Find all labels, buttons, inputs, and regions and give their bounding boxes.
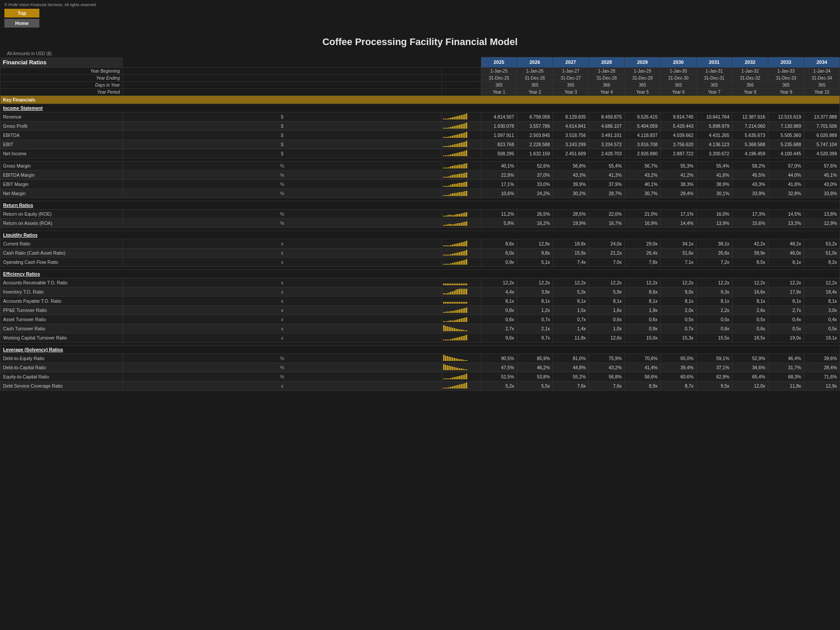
dy-2031: 365	[696, 81, 732, 88]
unit-cell: %	[123, 161, 442, 170]
value-cell: 53,2x	[804, 239, 840, 248]
value-cell: 4.100.445	[768, 149, 804, 158]
chart-cell	[442, 209, 481, 218]
value-cell: 21,0%	[625, 209, 661, 218]
value-cell: 3,0x	[804, 305, 840, 315]
days-label: Days in Year	[0, 81, 123, 88]
value-cell: 4.686.107	[589, 121, 625, 130]
year-period-label: Year Period	[0, 88, 123, 95]
value-cell: 41,6%	[696, 170, 732, 179]
ye-2030: 31-Dec-30	[661, 74, 696, 81]
ye-2028: 31-Dec-28	[589, 74, 625, 81]
value-cell: 5.235.688	[768, 140, 804, 149]
value-cell: 22,0%	[589, 209, 625, 218]
chart-header	[442, 57, 481, 68]
year-ending-row: Year Ending 31-Dec-25 31-Dec-26 31-Dec-2…	[0, 74, 840, 81]
table-row: Operating Cash Flow Ratiox0,9x5,1x7,4x7,…	[0, 257, 840, 266]
value-cell: 0,4x	[804, 315, 840, 324]
value-cell: 65,4%	[732, 372, 768, 381]
chart-cell	[442, 324, 481, 333]
value-cell: 46,0x	[768, 248, 804, 257]
value-cell: 47,5%	[481, 363, 517, 372]
value-cell: 8,2x	[804, 257, 840, 266]
value-cell: 5.505.360	[768, 130, 804, 140]
year-ending-label: Year Ending	[0, 74, 123, 81]
ye-2026: 31-Dec-26	[517, 74, 553, 81]
chart-cell	[442, 121, 481, 130]
top-button[interactable]: Top	[4, 9, 39, 18]
value-cell: 14,4%	[661, 218, 696, 228]
value-cell: 37,1%	[696, 363, 732, 372]
value-cell: 17,9x	[768, 287, 804, 296]
value-cell: 35,6x	[696, 248, 732, 257]
value-cell: 57,0%	[768, 161, 804, 170]
value-cell: 8,1x	[553, 296, 589, 305]
value-cell: 41,2%	[661, 170, 696, 179]
value-cell: 8,9x	[625, 381, 661, 390]
value-cell: 1.097.911	[481, 130, 517, 140]
value-cell: 4.614.841	[553, 121, 589, 130]
value-cell: 7.701.506	[804, 121, 840, 130]
row-label: Asset Turnover Ratio	[0, 315, 123, 324]
value-cell: 18,4x	[804, 287, 840, 296]
value-cell: 34,1x	[661, 239, 696, 248]
yb-2033: 1-Jan-33	[768, 67, 804, 74]
value-cell: 8.459.875	[589, 112, 625, 121]
value-cell: 7.130.989	[768, 121, 804, 130]
unit-cell: %	[123, 189, 442, 198]
value-cell: 6,0x	[481, 248, 517, 257]
value-cell: 2.503.845	[517, 130, 553, 140]
unit-cell: %	[123, 372, 442, 381]
row-label: Accounts Receivable T.O. Ratio	[0, 278, 123, 287]
row-label: Revenue	[0, 112, 123, 121]
value-cell: 46,2%	[517, 363, 553, 372]
value-cell: 30,7%	[625, 189, 661, 198]
table-row: Cash Turnover Ratiox2,7x2,1x1,4x1,0x0,9x…	[0, 324, 840, 333]
value-cell: 14,5%	[768, 209, 804, 218]
yb-2032: 1-Jan-32	[732, 67, 768, 74]
value-cell: 31,6x	[661, 248, 696, 257]
chart-cell	[442, 170, 481, 179]
ye-2027: 31-Dec-27	[553, 74, 589, 81]
unit-cell: %	[123, 170, 442, 179]
yb-2027: 1-Jan-27	[553, 67, 589, 74]
value-cell: 26,4x	[625, 248, 661, 257]
value-cell: 1,5x	[553, 305, 589, 315]
value-cell: 8,1x	[732, 296, 768, 305]
dy-2030: 365	[661, 81, 696, 88]
value-cell: 1,0x	[589, 324, 625, 333]
value-cell: 5,9x	[589, 287, 625, 296]
chart-cell	[442, 278, 481, 287]
row-label: Cash Ratio (Cash Asset Ratio)	[0, 248, 123, 257]
value-cell: 4,4x	[481, 287, 517, 296]
value-cell: 5,2x	[481, 381, 517, 390]
value-cell: 12,2x	[625, 278, 661, 287]
chart-cell	[442, 372, 481, 381]
value-cell: 37,9%	[589, 179, 625, 189]
chart-cell	[442, 189, 481, 198]
chart-cell	[442, 296, 481, 305]
unit-cell: x	[123, 248, 442, 257]
spacer-row	[0, 158, 840, 161]
value-cell: 15,9x	[553, 248, 589, 257]
value-cell: 29,0x	[625, 239, 661, 248]
table-row: Gross Profit$1.930.0783.557.7864.614.841…	[0, 121, 840, 130]
page-title: Coffee Processing Facility Financial Mod…	[0, 30, 840, 49]
year-2033-header: 2033	[768, 57, 804, 68]
yp-6: Year 6	[661, 88, 696, 95]
row-label: Working Capital Turnover Ratio	[0, 333, 123, 342]
value-cell: 45,1%	[804, 170, 840, 179]
value-cell: 7,4x	[553, 257, 589, 266]
value-cell: 17,3%	[732, 209, 768, 218]
value-cell: 38,9%	[696, 179, 732, 189]
value-cell: 28,5%	[553, 209, 589, 218]
value-cell: 8,5x	[732, 257, 768, 266]
value-cell: 2,0x	[661, 305, 696, 315]
yp-10: Year 10	[804, 88, 840, 95]
home-button[interactable]: Home	[4, 19, 39, 28]
value-cell: 0,6x	[696, 324, 732, 333]
value-cell: 3.816.708	[625, 140, 661, 149]
dy-2028: 366	[589, 81, 625, 88]
yb-2030: 1-Jan-30	[661, 67, 696, 74]
value-cell: 29,4%	[661, 189, 696, 198]
